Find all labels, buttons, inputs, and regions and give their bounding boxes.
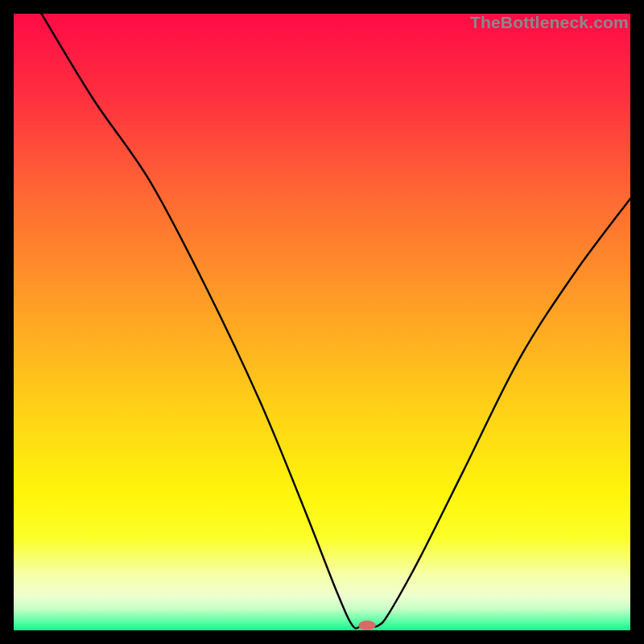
bottleneck-chart [14,14,630,630]
optimal-marker [358,621,376,630]
gradient-background [14,14,630,630]
chart-frame: TheBottleneck.com [14,14,630,630]
watermark-text: TheBottleneck.com [470,13,629,32]
